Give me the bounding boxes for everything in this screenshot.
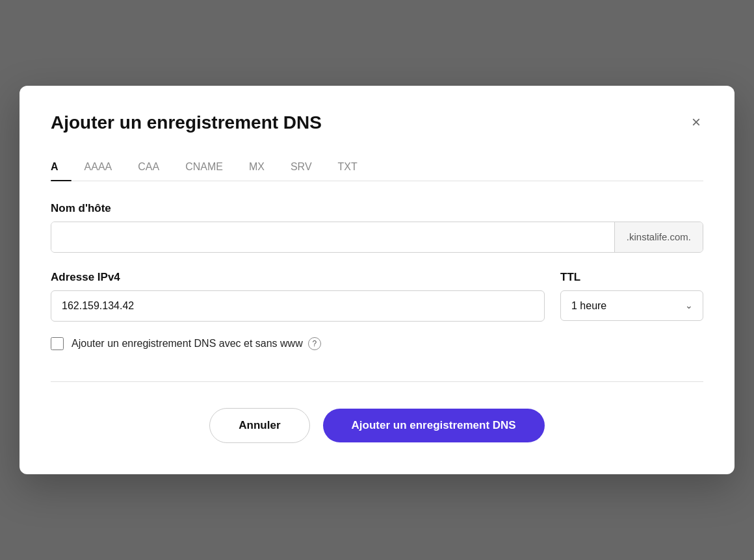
tab-A[interactable]: A — [51, 155, 72, 181]
close-button[interactable]: × — [689, 112, 703, 133]
tabs-container: A AAAA CAA CNAME MX SRV TXT — [51, 155, 703, 181]
tab-CAA[interactable]: CAA — [125, 155, 172, 181]
modal-header: Ajouter un enregistrement DNS × — [51, 112, 703, 134]
checkbox-row: Ajouter un enregistrement DNS avec et sa… — [51, 337, 703, 350]
ttl-select-wrapper: 1 heure 5 minutes 30 minutes 2 heures 12… — [560, 290, 703, 321]
www-checkbox[interactable] — [51, 337, 64, 350]
hostname-suffix: .kinstalife.com. — [614, 222, 703, 252]
checkbox-label: Ajouter un enregistrement DNS avec et sa… — [72, 337, 321, 350]
ipv4-section: Adresse IPv4 — [51, 271, 545, 322]
tab-TXT[interactable]: TXT — [325, 155, 370, 181]
modal-dialog: Ajouter un enregistrement DNS × A AAAA C… — [20, 86, 734, 474]
help-icon[interactable]: ? — [308, 337, 321, 350]
ttl-select[interactable]: 1 heure 5 minutes 30 minutes 2 heures 12… — [560, 290, 703, 321]
hostname-input[interactable] — [51, 222, 614, 252]
tab-AAAA[interactable]: AAAA — [72, 155, 125, 181]
hostname-section: Nom d'hôte .kinstalife.com. — [51, 202, 703, 253]
footer-divider — [51, 381, 703, 382]
ipv4-label: Adresse IPv4 — [51, 271, 545, 284]
hostname-input-wrapper: .kinstalife.com. — [51, 222, 703, 253]
tab-MX[interactable]: MX — [236, 155, 278, 181]
ttl-section: TTL 1 heure 5 minutes 30 minutes 2 heure… — [560, 271, 703, 322]
tab-CNAME[interactable]: CNAME — [172, 155, 236, 181]
ipv4-ttl-row: Adresse IPv4 TTL 1 heure 5 minutes 30 mi… — [51, 271, 703, 322]
modal-footer: Annuler Ajouter un enregistrement DNS — [51, 408, 703, 443]
ipv4-input[interactable] — [51, 290, 545, 322]
ttl-label: TTL — [560, 271, 703, 284]
cancel-button[interactable]: Annuler — [209, 408, 309, 443]
tab-SRV[interactable]: SRV — [278, 155, 325, 181]
submit-button[interactable]: Ajouter un enregistrement DNS — [323, 409, 545, 442]
modal-title: Ajouter un enregistrement DNS — [51, 112, 322, 134]
modal-overlay: Ajouter un enregistrement DNS × A AAAA C… — [0, 0, 754, 560]
hostname-label: Nom d'hôte — [51, 202, 703, 215]
